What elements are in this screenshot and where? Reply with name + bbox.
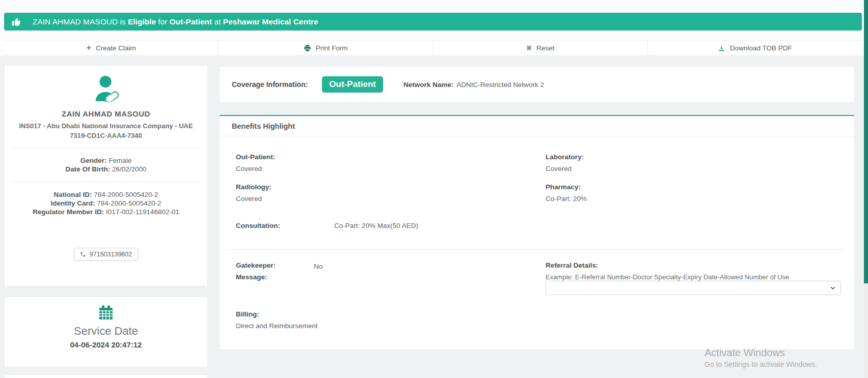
service-date-value: 04-06-2024 20:47:12 (5, 340, 207, 349)
consultation-value: Co-Part: 20% Max(50 AED) (334, 222, 418, 229)
thumbs-up-icon (11, 17, 21, 27)
regulator-id-value: I017-002-119146802-01 (106, 208, 179, 216)
benefit-text: Out-Patient (170, 17, 212, 26)
service-date-title: Service Date (5, 325, 207, 338)
download-tob-pdf-label: Download TOB PDF (730, 44, 792, 52)
benefits-title: Benefits Highlight (220, 116, 854, 136)
avatar-head (99, 76, 111, 88)
referral-example: Example: E-Referral Number-Doctor Specia… (546, 273, 789, 281)
coverage-card: Coverage Information: Out-Patient Networ… (219, 66, 855, 103)
referral-select[interactable] (546, 281, 841, 295)
radiology-label: Radiology: (236, 183, 272, 191)
divider (228, 249, 846, 250)
service-date-card: Service Date 04-06-2024 20:47:12 (4, 297, 208, 367)
dob-line: Date Of Birth: 26/02/2000 (5, 165, 207, 173)
activate-windows-watermark: Activate Windows Go to Settings to activ… (704, 347, 817, 368)
divider (12, 182, 200, 182)
message-label: Message: (236, 273, 267, 281)
gender-value: Female (108, 157, 131, 164)
out-patient-value: Covered (236, 165, 262, 172)
next-card-peek (4, 374, 208, 378)
patient-card-number: 7319-CD1C-AAA4-7340 (5, 132, 207, 139)
gatekeeper-label: Gatekeeper: (236, 261, 276, 269)
pharmacy-value: Co-Part: 20% (546, 195, 587, 202)
patient-name: ZAIN AHMAD MASOUD (5, 109, 207, 118)
consultation-label: Consultation: (236, 222, 280, 229)
phone-button[interactable]: 971503139602 (74, 248, 138, 261)
calendar-icon (5, 304, 207, 323)
reset-label: Reset (536, 44, 554, 52)
national-id-line: National ID: 784-2000-5005420-2 (5, 190, 207, 199)
x-icon: ✖ (526, 45, 532, 51)
coverage-badge: Out-Patient (322, 76, 383, 93)
scrollbar-track[interactable] (864, 0, 868, 378)
billing-value: Direct and Reimbursement (236, 322, 318, 330)
referral-details-label: Referral Details: (546, 261, 599, 269)
plus-icon: + (87, 44, 91, 52)
benefits-body: Out-Patient: Covered Laboratory: Covered… (220, 136, 854, 350)
create-claim-label: Create Claim (96, 44, 136, 52)
laboratory-value: Covered (546, 165, 572, 172)
download-tob-pdf-button[interactable]: Download TOB PDF (648, 41, 862, 55)
out-patient-label: Out-Patient: (236, 153, 275, 161)
gatekeeper-value: No (314, 263, 322, 270)
eligibility-banner: ZAIN AHMAD MASOUD is Eligible for Out-Pa… (4, 13, 862, 31)
print-form-button[interactable]: Print Form (219, 41, 433, 55)
patient-insurer: INS017 - Abu Dhabi National Insurance Co… (5, 122, 207, 130)
billing-label: Billing: (236, 310, 259, 318)
referral-select-wrap (546, 281, 841, 295)
divider (12, 148, 200, 148)
benefits-card: Benefits Highlight Out-Patient: Covered … (219, 115, 855, 350)
eligibility-message: ZAIN AHMAD MASOUD is Eligible for Out-Pa… (33, 17, 318, 26)
dob-value: 26/02/2000 (112, 165, 147, 173)
member-name-text: ZAIN AHMAD MASOUD is (33, 17, 128, 26)
print-form-label: Print Form (316, 44, 348, 52)
scrollbar-thumb[interactable] (864, 0, 868, 283)
watermark-subtitle: Go to Settings to activate Windows. (704, 360, 817, 368)
action-toolbar: + Create Claim Print Form ✖ Reset Downlo… (4, 40, 862, 55)
watermark-title: Activate Windows (704, 347, 817, 359)
create-claim-button[interactable]: + Create Claim (4, 41, 219, 55)
gender-line: Gender: Female (5, 156, 207, 165)
pharmacy-label: Pharmacy: (546, 183, 581, 191)
patient-card: ZAIN AHMAD MASOUD INS017 - Abu Dhabi Nat… (4, 65, 208, 286)
avatar (5, 75, 207, 104)
provider-text: Peshawar Medical Centre (223, 17, 318, 26)
regulator-id-line: Regulator Member ID: I017-002-119146802-… (5, 208, 207, 216)
network-name-label: Network Name: (403, 81, 453, 89)
reset-button[interactable]: ✖ Reset (433, 41, 648, 55)
identity-card-value: 784-2000-5005420-2 (97, 199, 161, 207)
network-name-value: ADNIC-Restricted Network 2 (456, 81, 544, 89)
download-icon (718, 44, 725, 52)
status-text: Eligible (128, 17, 156, 26)
identity-card-line: Identity Card: 784-2000-5005420-2 (5, 199, 207, 208)
phone-icon (80, 251, 86, 257)
phone-number: 971503139602 (90, 251, 132, 258)
coverage-label: Coverage Information: (232, 80, 308, 89)
national-id-value: 784-2000-5005420-2 (94, 191, 158, 198)
printer-icon (304, 44, 311, 52)
laboratory-label: Laboratory: (546, 153, 584, 161)
radiology-value: Covered (236, 195, 262, 202)
